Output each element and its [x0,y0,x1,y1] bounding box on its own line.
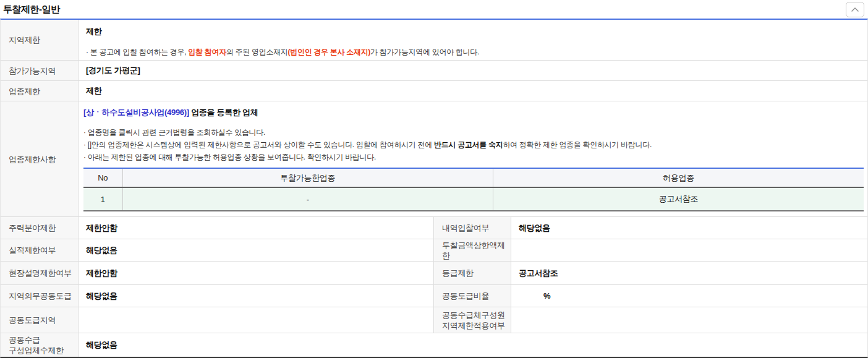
industry-detail-cell: [상ㆍ하수도설비공사업(4996)] 업종을 등록한 업체 · 업종명을 클릭시… [79,101,867,216]
bullet-text: 하여 정확한 제한 업종을 확인하시기 바랍니다. [503,140,652,149]
industry-bullet-2: · []안의 업종제한은 시스템상에 입력된 제한사항으로 공고서와 상이할 수… [83,139,864,151]
bid-restriction-panel: 투찰제한-일반 지역제한 제한 · 본 공고에 입찰 참여하는 경우, 입찰 참… [0,0,868,358]
field-label: 등급제한 [434,262,511,284]
field-value: 공고서참조 [511,262,867,284]
allowed-table-cell: - [122,187,493,211]
field-value: 제한 [79,81,867,101]
table-row: 지역의무공동도급해당없음공동도급비율% [1,285,867,307]
field-label: 실적제한여부 [1,239,79,261]
industry-link-suffix: 업종을 등록한 업체 [189,108,258,117]
field-value: [경기도 가평군] [79,61,867,80]
note-highlight: (법인인 경우 본사 소재지) [288,48,371,56]
field-label: 현장설명제한여부 [1,262,79,284]
note-highlight: 입찰 참여자 [188,48,226,56]
table-row: 현장설명제한여부제한안함등급제한공고서참조 [1,262,867,285]
field-value [511,239,867,261]
industry-bullet-1: · 업종명을 클릭시 관련 근거법령을 조회하실수 있습니다. [83,126,864,139]
allowed-table-header-row: No 투찰가능한업종 허용업종 [83,168,864,187]
note-text: · 본 공고에 입찰 참여하는 경우, [86,48,188,56]
bullet-bold-text: 반드시 공고서를 숙지 [434,140,503,149]
field-value [79,307,434,333]
region-restriction-value: 제한 [86,26,861,37]
field-value [511,307,867,333]
table-row: 주력분야제한제한안함내역입찰여부해당없음 [1,217,867,239]
field-value: 해당없음 [79,239,434,261]
page-title: 투찰제한-일반 [3,4,60,15]
region-restriction-note: · 본 공고에 입찰 참여하는 경우, 입찰 참여자의 주된 영업소재지(법인인… [86,47,861,58]
industry-code-link[interactable]: [상ㆍ하수도설비공사업(4996)] [83,108,189,117]
row-industry-restriction: 업종제한 제한 [1,81,867,101]
table-row: 실적제한여부해당없음투찰금액상한액제한 [1,239,867,262]
note-text: 가 참가가능지역에 있어야 합니다. [370,48,479,56]
field-label: 업종제한 [1,81,79,101]
row-eligible-region: 참가가능지역 [경기도 가평군] [1,61,867,81]
industry-bullet-3: · 아래는 제한된 업종에 대해 투찰가능한 허용업종 상황을 보여줍니다. 확… [83,151,864,163]
field-value: 제한안함 [79,217,434,239]
allowed-table-cell: 공고서참조 [493,187,864,211]
field-label: 지역의무공동도급 [1,285,79,307]
chevron-up-icon [851,7,859,12]
table-row: 공동도급지역공동수급체구성원 지역제한적용여부 [1,307,867,333]
bullet-text: · []안의 업종제한은 시스템상에 입력된 제한사항으로 공고서와 상이할 수… [83,140,434,149]
row-region-restriction: 지역제한 제한 · 본 공고에 입찰 참여하는 경우, 입찰 참여자의 주된 영… [1,20,867,61]
allowed-table-header: No [83,168,122,187]
collapse-button[interactable] [846,2,864,17]
allowed-table-header: 허용업종 [493,168,864,187]
paired-rows-section: 주력분야제한제한안함내역입찰여부해당없음실적제한여부해당없음투찰금액상한액제한현… [1,217,867,357]
field-label: 공동도급비율 [434,285,511,307]
field-value: % [511,285,867,307]
field-value: 제한 · 본 공고에 입찰 참여하는 경우, 입찰 참여자의 주된 영업소재지(… [79,20,867,60]
field-value: 제한안함 [79,262,434,284]
table-row: 공동수급 구성업체수제한해당없음 [1,333,867,357]
note-text: 의 주된 영업소재지 [226,48,288,56]
restriction-table: 지역제한 제한 · 본 공고에 입찰 참여하는 경우, 입찰 참여자의 주된 영… [0,19,868,358]
allowed-industry-table: No 투찰가능한업종 허용업종 1 - 공고서참조 [83,168,864,211]
field-label: 업종제한사항 [1,101,79,216]
allowed-table-header: 투찰가능한업종 [122,168,493,187]
allowed-table-row: 1 - 공고서참조 [83,187,864,211]
industry-link-line: [상ㆍ하수도설비공사업(4996)] 업종을 등록한 업체 [83,107,864,118]
field-label: 지역제한 [1,20,79,60]
field-value: 해당없음 [511,217,867,239]
field-label: 공동수급 구성업체수제한 [1,333,79,357]
field-label: 공동수급체구성원 지역제한적용여부 [434,307,511,333]
field-value: 해당없음 [79,333,867,357]
field-label: 내역입찰여부 [434,217,511,239]
title-bar: 투찰제한-일반 [0,0,868,19]
row-industry-detail: 업종제한사항 [상ㆍ하수도설비공사업(4996)] 업종을 등록한 업체 · 업… [1,101,867,217]
field-label: 투찰금액상한액제한 [434,239,511,261]
field-label: 공동도급지역 [1,307,79,333]
allowed-table-cell: 1 [83,187,122,211]
field-label: 참가가능지역 [1,61,79,80]
field-value: 해당없음 [79,285,434,307]
field-label: 주력분야제한 [1,217,79,239]
